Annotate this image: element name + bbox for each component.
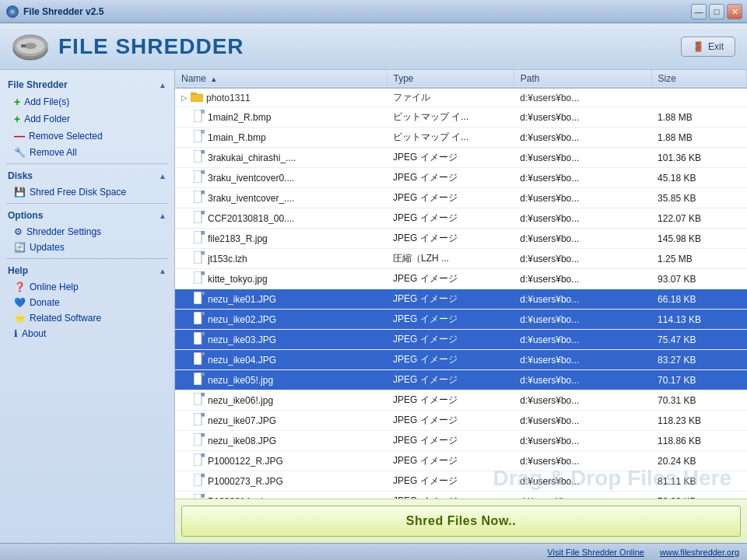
file-path-cell: d:¥users¥bo... bbox=[514, 188, 651, 208]
sidebar-section-label: Help bbox=[8, 265, 28, 276]
file-size-cell: 1.25 MB bbox=[651, 249, 746, 269]
col-header-size[interactable]: Size bbox=[651, 70, 746, 88]
svg-rect-17 bbox=[202, 191, 205, 194]
header-icon bbox=[12, 31, 49, 62]
file-path-cell: d:¥users¥bo... bbox=[514, 208, 651, 229]
table-row[interactable]: nezu_ike07.JPGJPEG イメージd:¥users¥bo...118… bbox=[175, 411, 747, 431]
sidebar-item-updates[interactable]: 🔄 Updates bbox=[0, 240, 174, 255]
sidebar-item-add-files[interactable]: + Add File(s) bbox=[0, 93, 174, 110]
table-row[interactable]: 3rakukai_chirashi_....JPEG イメージd:¥users¥… bbox=[175, 148, 747, 168]
sidebar-item-remove-all[interactable]: 🔧 Remove All bbox=[0, 145, 174, 160]
file-size-cell: 1.88 MB bbox=[651, 107, 746, 128]
table-row[interactable]: ▷photo1311ファイルd:¥users¥bo... bbox=[175, 88, 747, 107]
table-row[interactable]: jt153c.lzh圧縮（LZH ...d:¥users¥bo...1.25 M… bbox=[175, 249, 747, 269]
status-link-1[interactable]: Visit File Shredder Online bbox=[547, 548, 644, 557]
col-header-path[interactable]: Path bbox=[514, 70, 651, 88]
file-size-cell: 72.82 KB bbox=[651, 492, 746, 499]
table-row[interactable]: nezu_ike03.JPGJPEG イメージd:¥users¥bo...75.… bbox=[175, 330, 747, 350]
file-icon bbox=[194, 312, 205, 327]
file-name-text: P1000273_R.JPG bbox=[208, 476, 283, 487]
svg-rect-42 bbox=[194, 453, 202, 466]
file-path-cell: d:¥users¥bo... bbox=[514, 107, 651, 128]
file-path-cell: d:¥users¥bo... bbox=[514, 229, 651, 249]
table-row[interactable]: nezu_ike02.JPGJPEG イメージd:¥users¥bo...114… bbox=[175, 310, 747, 330]
file-type-cell: JPEG イメージ bbox=[387, 188, 514, 208]
file-type-cell: 圧縮（LZH ... bbox=[387, 249, 514, 269]
file-name-cell: nezu_ike05!.jpg bbox=[175, 370, 387, 390]
sidebar-section-header-help[interactable]: Help ▲ bbox=[0, 262, 174, 279]
table-row[interactable]: P1000273_R.JPGJPEG イメージd:¥users¥bo...81.… bbox=[175, 471, 747, 492]
col-header-name[interactable]: Name ▲ bbox=[175, 70, 387, 88]
sidebar-item-related-software[interactable]: ⭐ Related Software bbox=[0, 310, 174, 326]
table-header-row: Name ▲ Type Path Size bbox=[175, 70, 747, 88]
wrench-icon: 🔧 bbox=[14, 147, 26, 158]
file-name-text: 1main_R.bmp bbox=[208, 132, 266, 143]
table-row[interactable]: P1000614_r.jpgJPEG イメージd:¥users¥bo...72.… bbox=[175, 492, 747, 499]
status-link-2[interactable]: www.fileshredder.org bbox=[660, 548, 739, 557]
shred-files-button[interactable]: Shred Files Now.. bbox=[181, 506, 741, 537]
table-row[interactable]: 1main2_R.bmpビットマップ イ...d:¥users¥bo...1.8… bbox=[175, 107, 747, 128]
sidebar-section-label: Options bbox=[8, 210, 43, 221]
table-row[interactable]: nezu_ike06!.jpgJPEG イメージd:¥users¥bo...70… bbox=[175, 390, 747, 411]
svg-rect-9 bbox=[202, 110, 205, 113]
file-name-cell: nezu_ike02.JPG bbox=[175, 310, 387, 330]
file-path-cell: d:¥users¥bo... bbox=[514, 350, 651, 370]
file-name-text: 3raku_iventcover_.... bbox=[208, 193, 294, 204]
sidebar-item-label: Add Folder bbox=[24, 114, 70, 124]
file-icon bbox=[194, 271, 205, 286]
table-row[interactable]: kitte_tokyo.jpgJPEG イメージd:¥users¥bo...93… bbox=[175, 269, 747, 289]
file-name-cell: 3rakukai_chirashi_.... bbox=[175, 148, 387, 168]
sidebar-section-header-options[interactable]: Options ▲ bbox=[0, 207, 174, 224]
sidebar-item-remove-selected[interactable]: — Remove Selected bbox=[0, 128, 174, 145]
file-path-cell: d:¥users¥bo... bbox=[514, 310, 651, 330]
sidebar-section-header-file-shredder[interactable]: File Shredder ▲ bbox=[0, 76, 174, 93]
file-name-cell: nezu_ike07.JPG bbox=[175, 411, 387, 431]
file-size-cell: 1.88 MB bbox=[651, 128, 746, 148]
close-button[interactable]: ✕ bbox=[727, 4, 742, 19]
file-icon bbox=[194, 130, 205, 145]
maximize-button[interactable]: □ bbox=[709, 4, 724, 19]
table-row[interactable]: nezu_ike08.JPGJPEG イメージd:¥users¥bo...118… bbox=[175, 431, 747, 451]
file-size-cell bbox=[651, 88, 746, 107]
sidebar-item-add-folder[interactable]: + Add Folder bbox=[0, 110, 174, 128]
col-header-type[interactable]: Type bbox=[387, 70, 514, 88]
expand-arrow-icon[interactable]: ▷ bbox=[181, 93, 188, 102]
table-row[interactable]: 3raku_iventcover_....JPEG イメージd:¥users¥b… bbox=[175, 188, 747, 208]
svg-rect-19 bbox=[202, 211, 205, 214]
sidebar-item-online-help[interactable]: ❓ Online Help bbox=[0, 279, 174, 295]
sidebar-item-label: Shred Free Disk Space bbox=[30, 187, 126, 198]
file-path-cell: d:¥users¥bo... bbox=[514, 370, 651, 390]
table-row[interactable]: 3raku_iventcover0....JPEG イメージd:¥users¥b… bbox=[175, 168, 747, 188]
file-size-cell: 35.85 KB bbox=[651, 188, 746, 208]
file-icon bbox=[194, 251, 205, 266]
table-row[interactable]: nezu_ike01.JPGJPEG イメージd:¥users¥bo...66.… bbox=[175, 289, 747, 310]
table-row[interactable]: P1000122_R.JPGJPEG イメージd:¥users¥bo...20.… bbox=[175, 451, 747, 471]
file-icon bbox=[194, 231, 205, 246]
sidebar-item-about[interactable]: ℹ About bbox=[0, 326, 174, 341]
sidebar-item-donate[interactable]: 💙 Donate bbox=[0, 295, 174, 310]
file-icon bbox=[194, 453, 205, 468]
svg-rect-39 bbox=[202, 413, 205, 416]
file-type-cell: JPEG イメージ bbox=[387, 330, 514, 350]
file-table-container[interactable]: Name ▲ Type Path Size ▷photo1311ファイルd:¥u… bbox=[175, 70, 747, 499]
file-icon bbox=[194, 474, 205, 488]
sidebar-item-label: Remove All bbox=[30, 147, 77, 158]
file-icon bbox=[194, 413, 205, 428]
svg-rect-8 bbox=[194, 110, 202, 122]
table-row[interactable]: nezu_ike05!.jpgJPEG イメージd:¥users¥bo...70… bbox=[175, 370, 747, 390]
exit-button[interactable]: 🚪 Exit bbox=[681, 37, 735, 57]
table-row[interactable]: nezu_ike04.JPGJPEG イメージd:¥users¥bo...83.… bbox=[175, 350, 747, 370]
section-collapse-arrow: ▲ bbox=[159, 267, 167, 275]
table-row[interactable]: 1main_R.bmpビットマップ イ...d:¥users¥bo...1.88… bbox=[175, 128, 747, 148]
sidebar-item-shred-disk[interactable]: 💾 Shred Free Disk Space bbox=[0, 184, 174, 200]
svg-rect-15 bbox=[202, 170, 205, 173]
sidebar-section-header-disks[interactable]: Disks ▲ bbox=[0, 167, 174, 184]
table-row[interactable]: file2183_R.jpgJPEG イメージd:¥users¥bo...145… bbox=[175, 229, 747, 249]
sidebar-item-shredder-settings[interactable]: ⚙ Shredder Settings bbox=[0, 224, 174, 240]
question-icon: ❓ bbox=[14, 282, 26, 292]
svg-rect-45 bbox=[202, 474, 205, 477]
file-name-text: nezu_ike07.JPG bbox=[208, 415, 276, 426]
minimize-button[interactable]: — bbox=[691, 4, 707, 19]
svg-rect-13 bbox=[202, 150, 205, 153]
table-row[interactable]: CCF20130818_00....JPEG イメージd:¥users¥bo..… bbox=[175, 208, 747, 229]
